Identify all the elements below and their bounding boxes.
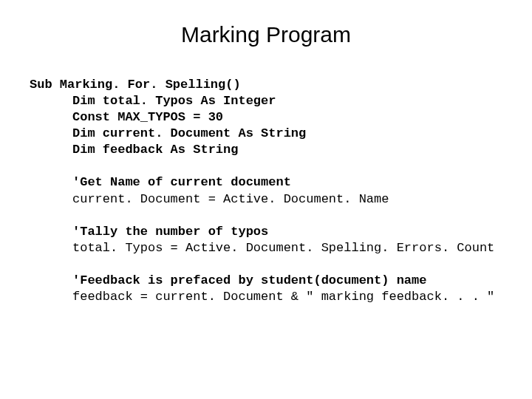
code-comment: 'Feedback is prefaced by student(documen… [30, 273, 502, 289]
code-line: feedback = current. Document & " marking… [30, 289, 502, 305]
code-line: current. Document = Active. Document. Na… [30, 191, 502, 208]
code-line: Dim total. Typos As Integer [30, 93, 502, 109]
code-line: total. Typos = Active. Document. Spellin… [30, 240, 502, 256]
code-line: Sub Marking. For. Spelling() [30, 77, 502, 93]
code-line: Dim current. Document As String [30, 126, 502, 142]
blank-line [30, 208, 502, 224]
code-line: Dim feedback As String [30, 142, 502, 158]
code-line: Const MAX_TYPOS = 30 [30, 109, 502, 126]
code-block: Sub Marking. For. Spelling() Dim total. … [30, 77, 502, 305]
code-comment: 'Tally the number of typos [30, 224, 502, 240]
blank-line [30, 256, 502, 273]
page-title: Marking Program [30, 22, 502, 47]
blank-line [30, 158, 502, 174]
code-comment: 'Get Name of current document [30, 174, 502, 191]
